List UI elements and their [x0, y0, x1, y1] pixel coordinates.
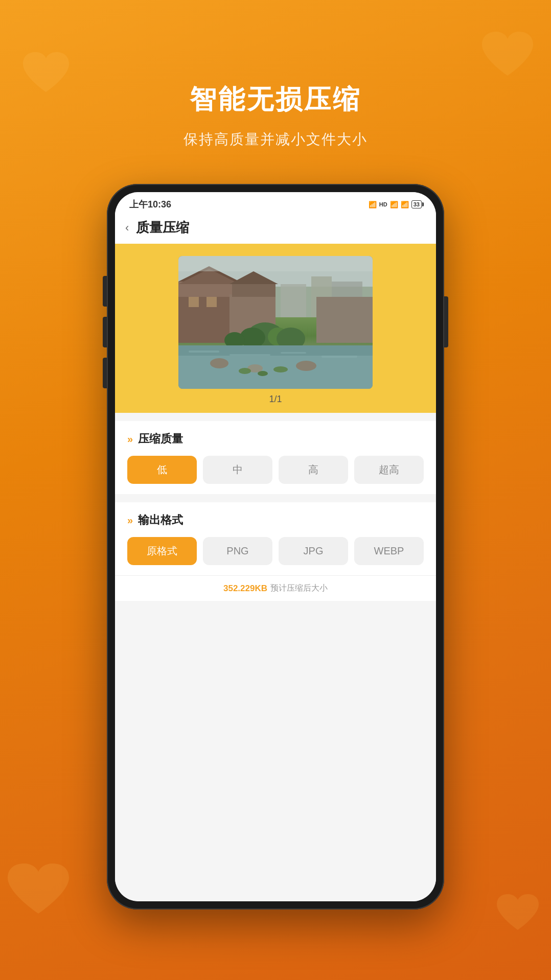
- format-option-webp[interactable]: WEBP: [354, 537, 424, 565]
- format-header: » 输出格式: [127, 512, 424, 528]
- svg-point-26: [210, 358, 228, 368]
- svg-rect-10: [206, 297, 217, 307]
- phone-wrapper: 上午10:36 📶 HD 📶 📶 33 ‹ 质量压缩: [107, 184, 444, 909]
- page-subtitle: 保持高质量并减小文件大小: [0, 130, 551, 149]
- svg-point-31: [273, 366, 288, 372]
- quality-option-ultra[interactable]: 超高: [354, 456, 424, 484]
- heart-bottom-left: [5, 862, 72, 919]
- phone-frame: 上午10:36 📶 HD 📶 📶 33 ‹ 质量压缩: [107, 184, 444, 909]
- quality-option-low[interactable]: 低: [127, 456, 197, 484]
- bottom-bar: 352.229KB 预计压缩后大小: [115, 575, 436, 601]
- quality-header: » 压缩质量: [127, 431, 424, 447]
- svg-rect-14: [316, 297, 373, 343]
- format-option-jpg[interactable]: JPG: [279, 537, 348, 565]
- heart-top-right: [479, 31, 536, 82]
- svg-rect-9: [189, 297, 199, 307]
- image-carousel: [125, 256, 426, 389]
- signal-icon: 📶: [369, 201, 377, 208]
- file-size: 352.229KB: [223, 584, 267, 594]
- svg-rect-25: [322, 356, 357, 358]
- app-header: ‹ 质量压缩: [115, 214, 436, 244]
- page-title: 智能无损压缩: [0, 82, 551, 118]
- svg-rect-32: [178, 256, 373, 271]
- quality-arrow-icon: »: [127, 433, 133, 445]
- svg-rect-24: [281, 352, 306, 354]
- battery-indicator: 33: [411, 200, 422, 208]
- image-preview-section: 1/1: [115, 244, 436, 413]
- svg-rect-4: [281, 284, 306, 317]
- quality-title: 压缩质量: [138, 431, 183, 447]
- format-arrow-icon: »: [127, 515, 133, 526]
- preview-image: [178, 256, 373, 389]
- quality-options: 低 中 高 超高: [127, 456, 424, 484]
- back-button[interactable]: ‹: [125, 221, 129, 235]
- image-counter: 1/1: [269, 394, 282, 405]
- status-icons: 📶 HD 📶 📶 33: [369, 200, 422, 208]
- quality-option-mid[interactable]: 中: [203, 456, 272, 484]
- bottom-label: 预计压缩后大小: [270, 583, 328, 594]
- status-time: 上午10:36: [129, 198, 171, 211]
- svg-rect-23: [229, 354, 270, 356]
- heart-top-left: [20, 51, 72, 97]
- screen-content: 1/1 » 压缩质量 低 中 高 超高: [115, 244, 436, 901]
- format-section: » 输出格式 原格式 PNG JPG WEBP: [115, 502, 436, 575]
- wifi-icon: 📶: [401, 201, 409, 208]
- signal-hd-icon: HD: [379, 201, 387, 207]
- quality-option-high[interactable]: 高: [279, 456, 348, 484]
- format-option-original[interactable]: 原格式: [127, 537, 197, 565]
- format-option-png[interactable]: PNG: [203, 537, 272, 565]
- screen-title: 质量压缩: [136, 219, 189, 237]
- svg-rect-22: [189, 351, 219, 353]
- svg-rect-12: [232, 284, 276, 297]
- svg-point-28: [296, 361, 316, 371]
- quality-section: » 压缩质量 低 中 高 超高: [115, 421, 436, 494]
- svg-rect-5: [178, 292, 229, 343]
- svg-point-29: [239, 368, 251, 374]
- format-options: 原格式 PNG JPG WEBP: [127, 537, 424, 565]
- status-bar: 上午10:36 📶 HD 📶 📶 33: [115, 192, 436, 214]
- heart-bottom-right: [495, 893, 541, 934]
- signal2-icon: 📶: [390, 201, 398, 208]
- svg-point-30: [258, 371, 268, 376]
- phone-screen: 上午10:36 📶 HD 📶 📶 33 ‹ 质量压缩: [115, 192, 436, 901]
- format-title: 输出格式: [138, 512, 183, 528]
